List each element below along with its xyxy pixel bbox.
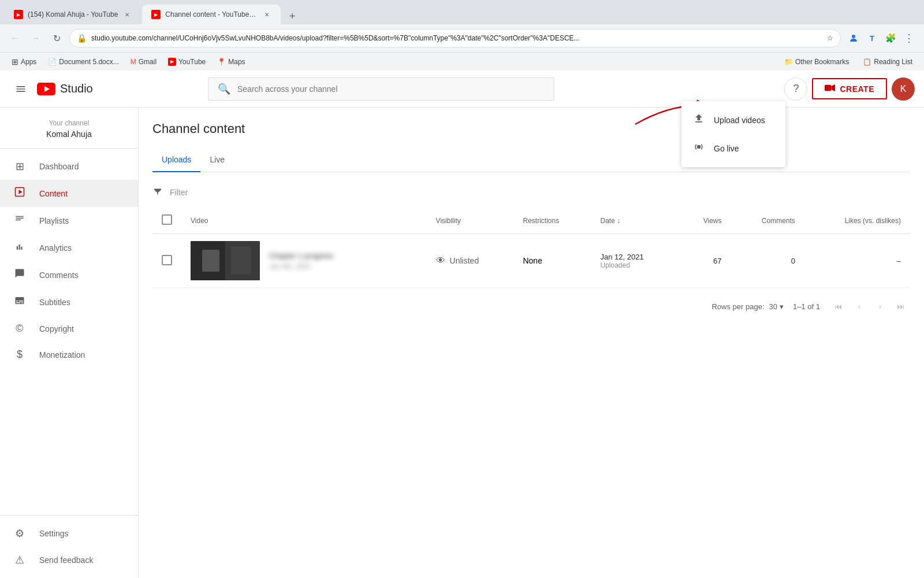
th-date[interactable]: Date ↓: [591, 208, 679, 234]
row-visibility-cell: 👁 Unlisted: [427, 234, 514, 288]
rows-dropdown-icon: ▾: [780, 302, 784, 311]
filter-bar: Filter: [152, 181, 910, 203]
page-info: 1–1 of 1: [793, 302, 820, 311]
th-visibility: Visibility: [427, 208, 514, 234]
row-checkbox-cell: [152, 234, 181, 288]
user-avatar[interactable]: K: [892, 77, 915, 101]
rows-per-page: Rows per page: 30 ▾: [711, 302, 784, 311]
row-checkbox[interactable]: [162, 255, 172, 265]
select-all-checkbox[interactable]: [162, 214, 172, 225]
extension-icon[interactable]: 🧩: [882, 30, 899, 46]
tab-title-1: (154) Komal Ahuja - YouTube: [28, 10, 118, 18]
nav-items: ⊞ Dashboard Content: [0, 149, 138, 515]
video-thumbnail[interactable]: [191, 241, 260, 280]
reading-list[interactable]: 📋 Reading List: [858, 57, 917, 67]
create-camera-icon: [825, 84, 835, 94]
create-label: CREATE: [840, 84, 874, 94]
reload-button[interactable]: ↻: [49, 30, 65, 46]
forward-button[interactable]: →: [28, 30, 44, 46]
tab-close-2[interactable]: ✕: [262, 10, 271, 19]
svg-rect-10: [231, 247, 251, 275]
search-bar[interactable]: 🔍: [208, 77, 554, 101]
bookmark-gmail[interactable]: M Gmail: [126, 57, 161, 67]
svg-point-11: [697, 145, 701, 149]
svg-marker-6: [19, 190, 23, 194]
menu-button[interactable]: [9, 77, 32, 101]
bookmark-gmail-label: Gmail: [139, 58, 157, 66]
video-title[interactable]: Chapter 1 progress: [269, 251, 333, 260]
sidebar-item-label-settings: Settings: [39, 529, 69, 538]
playlists-icon: [14, 214, 25, 227]
create-dropdown-menu: Upload videos Go live: [681, 101, 785, 167]
sidebar-bottom: ⚙ Settings ⚠ Send feedback: [0, 515, 138, 578]
upload-videos-item[interactable]: Upload videos: [681, 106, 785, 134]
browser-actions: T 🧩 ⋮: [845, 30, 917, 46]
settings-icon: ⚙: [14, 527, 25, 540]
tab-1[interactable]: (154) Komal Ahuja - YouTube ✕: [5, 5, 141, 24]
table-body: Chapter 1 progress Jan 4th, 2021 👁 Unlis…: [152, 234, 910, 288]
sidebar-item-settings[interactable]: ⚙ Settings: [0, 520, 138, 547]
sidebar-item-label-comments: Comments: [39, 271, 79, 280]
new-tab-button[interactable]: +: [284, 8, 300, 24]
subtitles-icon: [14, 295, 25, 309]
other-bookmarks[interactable]: 📁 Other Bookmarks: [780, 57, 854, 67]
table-row: Chapter 1 progress Jan 4th, 2021 👁 Unlis…: [152, 234, 910, 288]
top-nav: Studio 🔍 ? CREATE K: [0, 71, 924, 108]
tab-uploads[interactable]: Uploads: [152, 148, 200, 172]
row-likes-cell: –: [804, 234, 910, 288]
first-page-button[interactable]: ⏮: [829, 297, 848, 316]
sidebar-item-analytics[interactable]: Analytics: [0, 234, 138, 261]
last-page-button[interactable]: ⏭: [892, 297, 910, 316]
tab-live[interactable]: Live: [200, 148, 234, 172]
sidebar-item-comments[interactable]: Comments: [0, 261, 138, 288]
svg-marker-4: [832, 84, 836, 91]
lock-icon: 🔒: [77, 34, 87, 43]
sidebar-item-feedback[interactable]: ⚠ Send feedback: [0, 547, 138, 573]
th-comments: Comments: [731, 208, 804, 234]
address-bar[interactable]: 🔒 studio.youtube.com/channel/UCoHnj6oVjv…: [69, 29, 841, 47]
help-button[interactable]: ?: [784, 77, 807, 101]
bookmark-youtube[interactable]: YouTube: [163, 57, 210, 67]
bookmark-apps[interactable]: ⊞ Apps: [7, 56, 41, 68]
sidebar-item-subtitles[interactable]: Subtitles: [0, 288, 138, 316]
dashboard-icon: ⊞: [14, 160, 25, 173]
th-video: Video: [181, 208, 427, 234]
page-title: Channel content: [152, 121, 910, 136]
sidebar-item-monetization[interactable]: $ Monetization: [0, 342, 138, 368]
next-page-button[interactable]: ›: [871, 297, 889, 316]
profile-sync-icon[interactable]: [845, 30, 862, 46]
go-live-item[interactable]: Go live: [681, 134, 785, 162]
tab-close-1[interactable]: ✕: [122, 10, 132, 19]
other-bookmarks-label: Other Bookmarks: [795, 58, 849, 66]
back-button[interactable]: ←: [7, 30, 23, 46]
row-date-cell: Jan 12, 2021 Uploaded: [591, 234, 679, 288]
bookmark-star-icon[interactable]: ☆: [827, 34, 833, 42]
sidebar-item-label-content: Content: [39, 189, 68, 198]
sidebar-item-dashboard[interactable]: ⊞ Dashboard: [0, 153, 138, 180]
bookmark-maps[interactable]: 📍 Maps: [213, 57, 249, 67]
bookmark-youtube-label: YouTube: [178, 58, 206, 66]
sidebar: Your channel Komal Ahuja ⊞ Dashboard Con…: [0, 108, 139, 578]
thumbnail-image: [191, 241, 260, 280]
tab-2[interactable]: Channel content - YouTube St... ✕: [142, 5, 281, 24]
go-live-label: Go live: [714, 144, 739, 153]
svg-point-0: [852, 35, 855, 38]
bookmark-doc[interactable]: 📄 Document 5.docx...: [43, 57, 123, 67]
app-container: Studio 🔍 ? CREATE K Your: [0, 71, 924, 578]
prev-page-button[interactable]: ‹: [850, 297, 869, 316]
rows-per-page-select[interactable]: 30 ▾: [769, 302, 784, 311]
more-menu-icon[interactable]: ⋮: [901, 30, 917, 46]
bookmark-doc-label: Document 5.docx...: [59, 58, 118, 66]
search-input[interactable]: [237, 84, 545, 94]
translate-icon[interactable]: T: [864, 30, 880, 46]
comments-value: 0: [740, 257, 795, 265]
sidebar-item-playlists[interactable]: Playlists: [0, 207, 138, 234]
sidebar-item-content[interactable]: Content: [0, 180, 138, 207]
filter-placeholder-text[interactable]: Filter: [170, 188, 188, 197]
sidebar-item-copyright[interactable]: © Copyright: [0, 316, 138, 342]
youtube-logo-icon: [37, 83, 55, 95]
channel-info: Your channel Komal Ahuja: [0, 108, 138, 149]
channel-label: Your channel: [9, 119, 129, 127]
logo-area: Studio: [37, 82, 93, 95]
create-button[interactable]: CREATE: [812, 78, 887, 99]
